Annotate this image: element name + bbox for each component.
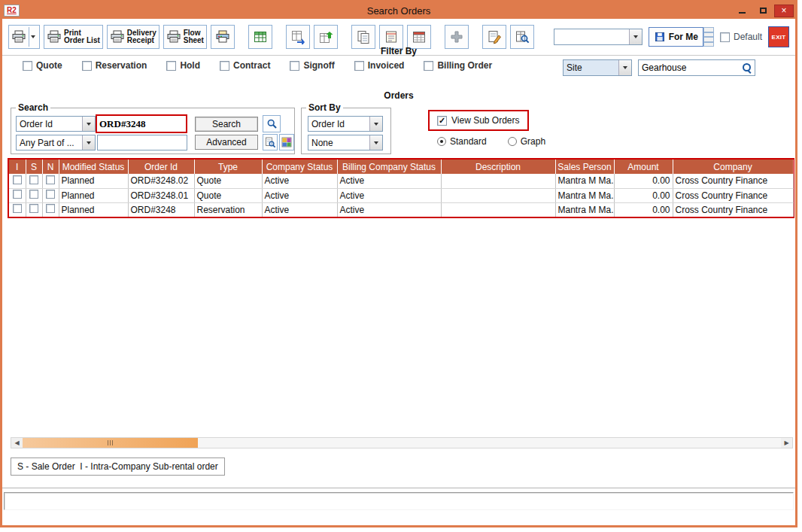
cell-company-status: Active: [262, 188, 337, 202]
graph-radio[interactable]: [508, 137, 517, 146]
for-me-button[interactable]: For Me: [649, 27, 703, 47]
hold-label: Hold: [180, 60, 200, 71]
view-mode-radios: Standard Graph: [437, 136, 545, 147]
col-i[interactable]: I: [9, 160, 26, 174]
table-row[interactable]: Planned ORD#3248.01 Quote Active Active …: [9, 188, 793, 202]
view-sub-orders-checkbox[interactable]: [437, 116, 447, 126]
cell-sales-person: Mantra M Ma...: [555, 174, 614, 188]
cell-company: Cross Country Finance: [673, 188, 793, 202]
col-order-id[interactable]: Order Id: [128, 160, 194, 174]
col-modified-status[interactable]: Modified Status: [59, 160, 128, 174]
printer-select[interactable]: [554, 29, 643, 45]
advanced-search-button[interactable]: [263, 134, 278, 150]
quote-checkbox[interactable]: [23, 61, 32, 71]
exit-button[interactable]: EXIT: [768, 26, 789, 47]
site-select-dropdown[interactable]: [618, 60, 631, 75]
search-field-dropdown[interactable]: [82, 117, 95, 131]
row-checkbox-i[interactable]: [13, 204, 22, 213]
secondary-query-input[interactable]: [98, 135, 187, 150]
billing-order-label: Billing Order: [437, 60, 492, 71]
reservation-checkbox[interactable]: [82, 61, 92, 71]
edit-icon: [487, 29, 502, 44]
col-s[interactable]: S: [26, 160, 42, 174]
col-company-status[interactable]: Company Status: [262, 160, 337, 174]
save-icon: [654, 31, 666, 43]
hold-checkbox[interactable]: [166, 61, 176, 71]
flow-sheet-label-2: Sheet: [184, 37, 204, 44]
sort-secondary-dropdown[interactable]: [369, 135, 382, 150]
notepad-icon: [384, 29, 399, 44]
filter-contract[interactable]: Contract: [220, 60, 270, 71]
grid-options-button[interactable]: [279, 134, 294, 150]
filter-hold[interactable]: Hold: [166, 60, 200, 71]
standard-radio[interactable]: [437, 137, 446, 146]
search-lookup-button[interactable]: [263, 115, 281, 132]
scrollbar-track[interactable]: [23, 438, 781, 448]
printer-icon: [166, 29, 181, 44]
col-amount[interactable]: Amount: [614, 160, 673, 174]
search-field-select[interactable]: Order Id: [16, 116, 96, 132]
filter-signoff[interactable]: Signoff: [290, 60, 334, 71]
printer-select-dropdown[interactable]: [629, 29, 642, 44]
table-row[interactable]: Planned ORD#3248.02 Quote Active Active …: [9, 174, 793, 188]
cell-modified-status: Planned: [59, 174, 128, 188]
grid-blue-arrow-icon: [290, 29, 305, 44]
billing-order-checkbox[interactable]: [424, 61, 433, 71]
titlebar: R2 Search Orders ×: [2, 2, 795, 19]
site-select[interactable]: Site: [563, 59, 632, 76]
results-table-highlight: I S N Modified Status Order Id Type Comp…: [8, 158, 794, 218]
search-button[interactable]: Search: [195, 117, 258, 132]
sort-secondary-select[interactable]: None: [308, 135, 383, 150]
status-bar: [4, 492, 794, 510]
row-checkbox-s[interactable]: [29, 204, 38, 213]
filter-reservation[interactable]: Reservation: [82, 60, 147, 71]
col-type[interactable]: Type: [194, 160, 262, 174]
location-search-field[interactable]: [638, 59, 755, 76]
row-checkbox-s[interactable]: [29, 175, 38, 184]
default-checkbox[interactable]: [720, 32, 730, 42]
for-me-spinner[interactable]: [703, 27, 714, 47]
cell-order-id: ORD#3248: [128, 202, 194, 217]
table-row[interactable]: Planned ORD#3248 Reservation Active Acti…: [9, 202, 793, 217]
advanced-button[interactable]: Advanced: [195, 135, 258, 150]
contract-label: Contract: [233, 60, 270, 71]
row-checkbox-i[interactable]: [13, 190, 22, 199]
row-checkbox-s[interactable]: [29, 190, 38, 199]
search-icon[interactable]: [743, 63, 752, 73]
view-sub-orders-highlight: View Sub Orders: [428, 110, 529, 131]
row-checkbox-n[interactable]: [46, 190, 55, 199]
signoff-checkbox[interactable]: [290, 61, 299, 71]
col-description[interactable]: Description: [441, 160, 555, 174]
print-dropdown-arrow[interactable]: [29, 27, 37, 47]
cell-amount: 0.00: [614, 202, 673, 217]
maximize-button[interactable]: [753, 5, 773, 17]
graph-option[interactable]: Graph: [508, 136, 545, 147]
col-billing-company-status[interactable]: Billing Company Status: [337, 160, 441, 174]
row-checkbox-n[interactable]: [46, 175, 55, 184]
scroll-right-button[interactable]: ▶: [781, 438, 792, 448]
search-orders-window: R2 Search Orders × PrintOrder List Deliv…: [0, 0, 797, 527]
scrollbar-thumb[interactable]: [23, 438, 198, 448]
match-type-dropdown[interactable]: [82, 135, 95, 150]
col-n[interactable]: N: [42, 160, 59, 174]
col-sales-person[interactable]: Sales Person: [555, 160, 614, 174]
scroll-left-button[interactable]: ◀: [11, 438, 23, 448]
minimize-button[interactable]: [732, 5, 752, 17]
spinner-up-button[interactable]: [703, 27, 714, 37]
search-query-input[interactable]: [97, 116, 186, 132]
row-checkbox-n[interactable]: [46, 204, 55, 213]
sort-primary-dropdown[interactable]: [369, 117, 382, 131]
filter-billing-order[interactable]: Billing Order: [424, 60, 492, 71]
horizontal-scrollbar[interactable]: ◀ ▶: [11, 437, 793, 448]
close-button[interactable]: ×: [774, 5, 794, 17]
filter-invoiced[interactable]: Invoiced: [354, 60, 405, 71]
col-company[interactable]: Company: [673, 160, 793, 174]
sort-primary-select[interactable]: Order Id: [308, 116, 383, 132]
standard-option[interactable]: Standard: [437, 136, 487, 147]
invoiced-checkbox[interactable]: [354, 61, 364, 71]
location-input[interactable]: [639, 62, 743, 73]
contract-checkbox[interactable]: [220, 61, 229, 71]
row-checkbox-i[interactable]: [13, 175, 22, 184]
match-type-select[interactable]: Any Part of ...: [16, 135, 96, 150]
filter-quote[interactable]: Quote: [23, 60, 62, 71]
